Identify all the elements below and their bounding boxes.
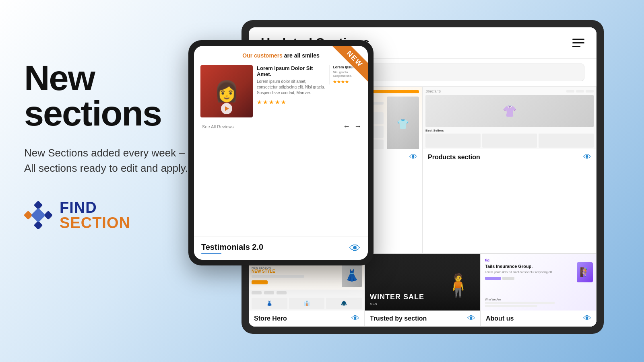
next-arrow[interactable]: → [354, 122, 361, 131]
hamburger-line3 [572, 46, 580, 47]
see-all-link[interactable]: See All Reviews [200, 124, 234, 129]
faq-eye-icon[interactable]: 👁 [409, 152, 417, 162]
tablet-front: NEW Our customers are all smiles 👩 Lorem… [188, 40, 374, 265]
products-section-card[interactable]: Special S 👚 Best Sellers [423, 86, 597, 253]
logo-icon [24, 201, 52, 229]
about-label: About us [486, 315, 514, 322]
tablet-front-screen: NEW Our customers are all smiles 👩 Lorem… [194, 46, 368, 260]
about-big-title: Tails Insurance Group. [485, 264, 592, 269]
products-preview: Special S 👚 Best Sellers [423, 87, 596, 149]
card-title-underline [201, 253, 221, 254]
trusted-small-text: MEN [370, 302, 377, 306]
new-badge: NEW [324, 46, 368, 90]
prev-arrow[interactable]: ← [343, 122, 350, 131]
trusted-label-row: Trusted by section 👁 [365, 311, 480, 326]
about-eye-icon[interactable]: 👁 [583, 314, 591, 323]
subtext: New Sections added every week – All sect… [24, 146, 193, 176]
about-preview: tig Tails Insurance Group. Lorem ipsum d… [481, 254, 596, 311]
about-label-row: About us 👁 [481, 311, 596, 326]
trusted-preview: 🧍 WINTER SALE MEN [365, 254, 480, 311]
new-badge-text: NEW [331, 46, 368, 82]
trusted-eye-icon[interactable]: 👁 [467, 314, 475, 323]
products-label: Products section [428, 154, 480, 161]
products-eye-icon[interactable]: 👁 [583, 152, 591, 162]
headline-line1: New [24, 58, 95, 98]
about-desc: Lorem ipsum dolor sit amet consectetur a… [485, 270, 592, 274]
testimonial-name: Lorem Ipsum Dolor Sit Amet. [257, 65, 325, 77]
svg-rect-3 [34, 221, 43, 229]
logo-section: SECTION [60, 215, 130, 230]
card-footer: Testimonials 2.0 👁 [194, 237, 368, 260]
testimonial-text-block: Lorem Ipsum Dolor Sit Amet. Lorem ipsum … [257, 65, 325, 105]
store-hero-eye-icon[interactable]: 👁 [351, 314, 359, 323]
play-triangle-icon [225, 106, 229, 111]
about-us-card[interactable]: tig Tails Insurance Group. Lorem ipsum d… [481, 254, 597, 327]
hamburger-line1 [572, 39, 584, 40]
testimonial-nav: See All Reviews ← → [194, 121, 368, 134]
hamburger-line2 [572, 42, 584, 43]
logo-find: FIND [60, 200, 130, 215]
hamburger-menu[interactable] [572, 39, 584, 47]
logo-area: FIND SECTION [24, 200, 193, 230]
left-panel: New sections New Sections added every we… [24, 60, 193, 230]
testimonial-stars: ★★★★★ [257, 99, 325, 105]
store-hero-label-row: Store Hero 👁 [249, 311, 364, 326]
svg-rect-2 [44, 211, 52, 220]
testimonial-header-rest: are all smiles [283, 52, 320, 59]
testimonial-header-orange: Our customers [242, 52, 283, 59]
testimonial-photo: 👩 [200, 65, 253, 117]
about-person-img: 🧗 [577, 262, 593, 282]
svg-rect-4 [31, 208, 46, 223]
card-title-area: Testimonials 2.0 [201, 243, 263, 254]
trusted-section-card[interactable]: 🧍 WINTER SALE MEN Trusted by section 👁 [365, 254, 481, 327]
card-eye-icon[interactable]: 👁 [349, 242, 361, 255]
trusted-big-text: WINTER SALE [370, 293, 424, 301]
play-button[interactable] [221, 103, 232, 114]
logo-text: FIND SECTION [60, 200, 130, 230]
store-season-label: NEW SEASON [252, 266, 339, 269]
store-hero-label: Store Hero [254, 315, 287, 322]
headline: New sections [24, 60, 193, 131]
card-title: Testimonials 2.0 [201, 243, 263, 252]
testimonial-body: Lorem ipsum dolor sit amet, consectetur … [257, 79, 325, 96]
trusted-label: Trusted by section [370, 315, 427, 322]
store-style-label: NEW STYLE [252, 269, 339, 274]
svg-rect-0 [34, 201, 43, 210]
about-logo: tig [485, 258, 592, 262]
headline-line2: sections [24, 93, 161, 133]
svg-rect-1 [24, 211, 33, 220]
products-label-row: Products section 👁 [423, 149, 596, 165]
